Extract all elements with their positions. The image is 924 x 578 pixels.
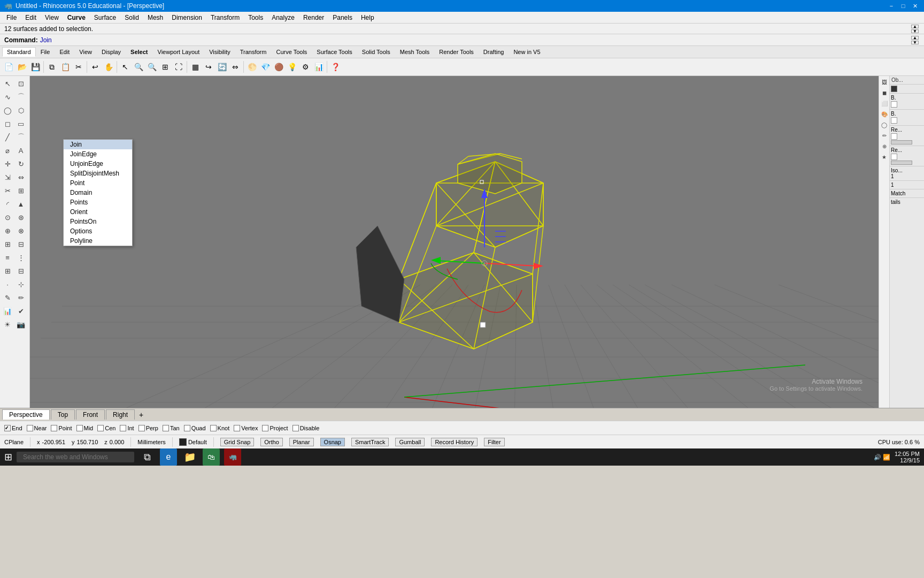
analysis-tool[interactable]: 📊 xyxy=(1,305,14,317)
point-tool[interactable]: · xyxy=(1,278,14,291)
artistic-mode-btn[interactable]: ★ xyxy=(880,152,889,162)
snap-int[interactable]: Int xyxy=(120,425,134,431)
menu-panels[interactable]: Panels xyxy=(328,13,357,22)
menu-item-join[interactable]: Join xyxy=(64,140,132,149)
tab-drafting[interactable]: Drafting xyxy=(479,47,509,57)
explorer-icon[interactable]: 📁 xyxy=(181,448,198,466)
render-mode-btn[interactable]: 🖼 xyxy=(880,77,889,87)
planar-button[interactable]: Planar xyxy=(289,438,314,446)
menu-item-splitdisjoint[interactable]: SplitDisjointMesh xyxy=(64,169,132,178)
menu-item-unjoinedge[interactable]: UnjoinEdge xyxy=(64,159,132,169)
menu-item-orient[interactable]: Orient xyxy=(64,207,132,217)
tab-surface-tools[interactable]: Surface Tools xyxy=(312,47,357,57)
snap-quad[interactable]: Quad xyxy=(184,425,206,431)
window-controls[interactable]: − □ ✕ xyxy=(887,2,920,10)
menu-transform[interactable]: Transform xyxy=(206,13,244,22)
mirror-tool[interactable]: ⇔ xyxy=(14,171,27,184)
vp-tab-add[interactable]: + xyxy=(136,409,147,420)
ortho-button[interactable]: Ortho xyxy=(260,438,283,446)
menu-dimension[interactable]: Dimension xyxy=(167,13,206,22)
menu-curve[interactable]: Curve xyxy=(63,13,90,22)
dim-tool[interactable]: ⌀ xyxy=(1,144,14,157)
properties-button[interactable]: 📊 xyxy=(312,60,325,73)
save-button[interactable]: 💾 xyxy=(29,60,42,73)
tab-visibility[interactable]: Visibility xyxy=(204,47,235,57)
pan-button[interactable]: ✋ xyxy=(102,60,115,73)
menu-item-point[interactable]: Point xyxy=(64,178,132,188)
gumball-button[interactable]: Gumball xyxy=(395,438,425,446)
start-button[interactable]: ⊞ xyxy=(4,451,12,463)
menu-solid[interactable]: Solid xyxy=(120,13,143,22)
undo-button[interactable]: ↩ xyxy=(89,60,102,73)
vp-tab-top[interactable]: Top xyxy=(51,409,75,420)
taskview-button[interactable]: ⧉ xyxy=(138,448,156,466)
array-path[interactable]: ⊟ xyxy=(14,264,27,277)
spline-tool[interactable]: ⌒ xyxy=(14,131,27,143)
snap-perp[interactable]: Perp xyxy=(138,425,158,431)
tab-mesh-tools[interactable]: Mesh Tools xyxy=(395,47,434,57)
curve-tool[interactable]: ∿ xyxy=(1,90,14,103)
snap-point-checkbox[interactable] xyxy=(51,425,57,431)
revolve-tool[interactable]: ⊕ xyxy=(1,224,14,237)
zoom-out-button[interactable]: 🔍 xyxy=(145,60,158,73)
annotation-tool[interactable]: ✎ xyxy=(1,291,14,304)
menu-item-polyline[interactable]: Polyline xyxy=(64,236,132,246)
light-button[interactable]: 💡 xyxy=(286,60,298,73)
surface-from-curve[interactable]: ⊙ xyxy=(1,211,14,224)
ungroup-tool[interactable]: ⋮ xyxy=(14,251,27,264)
move-tool[interactable]: ✛ xyxy=(1,157,14,170)
control-points[interactable]: ⊹ xyxy=(14,278,27,291)
scale-tool[interactable]: ⇲ xyxy=(1,171,14,184)
arc-tool[interactable]: ⌒ xyxy=(14,90,27,103)
zoom-window-button[interactable]: ⊞ xyxy=(159,60,172,73)
menu-analyze[interactable]: Analyze xyxy=(267,13,299,22)
hatch-tool[interactable]: ✏ xyxy=(14,291,27,304)
box-tool[interactable]: ▭ xyxy=(14,117,27,130)
close-button[interactable]: ✕ xyxy=(910,2,920,10)
snap-mid-checkbox[interactable] xyxy=(76,425,83,431)
menu-item-domain[interactable]: Domain xyxy=(64,188,132,197)
tab-render-tools[interactable]: Render Tools xyxy=(434,47,479,57)
snap-perp-checkbox[interactable] xyxy=(138,425,145,431)
wire-mode-btn[interactable]: ⬜ xyxy=(880,98,889,108)
check-tool[interactable]: ✔ xyxy=(14,305,27,317)
menu-mesh[interactable]: Mesh xyxy=(143,13,167,22)
minimize-button[interactable]: − xyxy=(887,2,896,10)
copy-button[interactable]: ⧉ xyxy=(45,60,58,73)
tab-standard[interactable]: Standard xyxy=(2,47,36,57)
snap-cen[interactable]: Cen xyxy=(97,425,116,431)
tab-viewport-layout[interactable]: Viewport Layout xyxy=(153,47,205,57)
boolean-diff[interactable]: ⊟ xyxy=(14,238,27,250)
snap-cen-checkbox[interactable] xyxy=(97,425,104,431)
viewport-canvas[interactable]: x y z Activate Windows Go to Settings to… xyxy=(30,76,879,408)
cut-button[interactable]: ✂ xyxy=(72,60,85,73)
material-button[interactable]: 🟤 xyxy=(272,60,285,73)
array-tool[interactable]: ⊞ xyxy=(1,264,14,277)
snap-disable-checkbox[interactable] xyxy=(292,425,299,431)
snap-point[interactable]: Point xyxy=(51,425,72,431)
menu-surface[interactable]: Surface xyxy=(90,13,120,22)
snap-near-checkbox[interactable] xyxy=(27,425,33,431)
menu-edit[interactable]: Edit xyxy=(21,13,41,22)
extend-tool[interactable]: ⊞ xyxy=(14,184,27,197)
snap-tan[interactable]: Tan xyxy=(163,425,180,431)
paste-button[interactable]: 📋 xyxy=(59,60,72,73)
fillet-tool[interactable]: ◜ xyxy=(1,197,14,210)
menu-render[interactable]: Render xyxy=(299,13,328,22)
polygon-tool[interactable]: ⬡ xyxy=(14,104,27,117)
circle-tool[interactable]: ◯ xyxy=(1,104,14,117)
tab-file[interactable]: File xyxy=(36,47,55,57)
edge-icon[interactable]: e xyxy=(160,448,177,466)
tab-select[interactable]: Select xyxy=(126,47,152,57)
record-history-button[interactable]: Record History xyxy=(431,438,478,446)
offset-tool[interactable]: ▲ xyxy=(14,197,27,210)
rect-tool[interactable]: ◻ xyxy=(1,117,14,130)
color-mode-btn[interactable]: 🎨 xyxy=(880,109,889,119)
snap-project[interactable]: Project xyxy=(262,425,288,431)
boolean-union[interactable]: ⊞ xyxy=(1,238,14,250)
taskbar-search[interactable] xyxy=(17,452,134,462)
smarttrack-button[interactable]: SmartTrack xyxy=(351,438,389,446)
grid-snap-button[interactable]: Grid Snap xyxy=(220,438,255,446)
shade-mode-btn[interactable]: ◼ xyxy=(880,88,889,97)
extrude-tool[interactable]: ⊛ xyxy=(14,211,27,224)
